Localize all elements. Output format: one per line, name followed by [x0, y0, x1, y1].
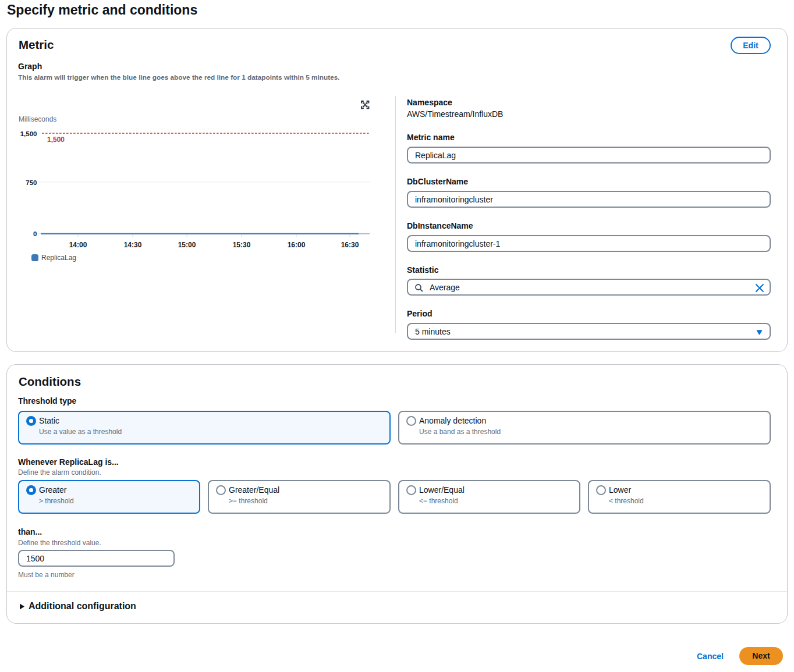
- svg-text:1,500: 1,500: [47, 136, 65, 144]
- svg-text:0: 0: [33, 230, 37, 237]
- svg-text:750: 750: [26, 179, 37, 186]
- svg-text:1,500: 1,500: [20, 130, 37, 137]
- svg-text:16:30: 16:30: [341, 241, 359, 249]
- svg-text:14:00: 14:00: [69, 241, 87, 249]
- svg-text:16:00: 16:00: [288, 241, 306, 249]
- svg-text:ReplicaLag: ReplicaLag: [41, 254, 76, 262]
- svg-text:Milliseconds: Milliseconds: [19, 115, 56, 123]
- svg-text:14:30: 14:30: [124, 241, 142, 249]
- svg-text:15:30: 15:30: [233, 241, 251, 249]
- svg-text:15:00: 15:00: [178, 241, 196, 249]
